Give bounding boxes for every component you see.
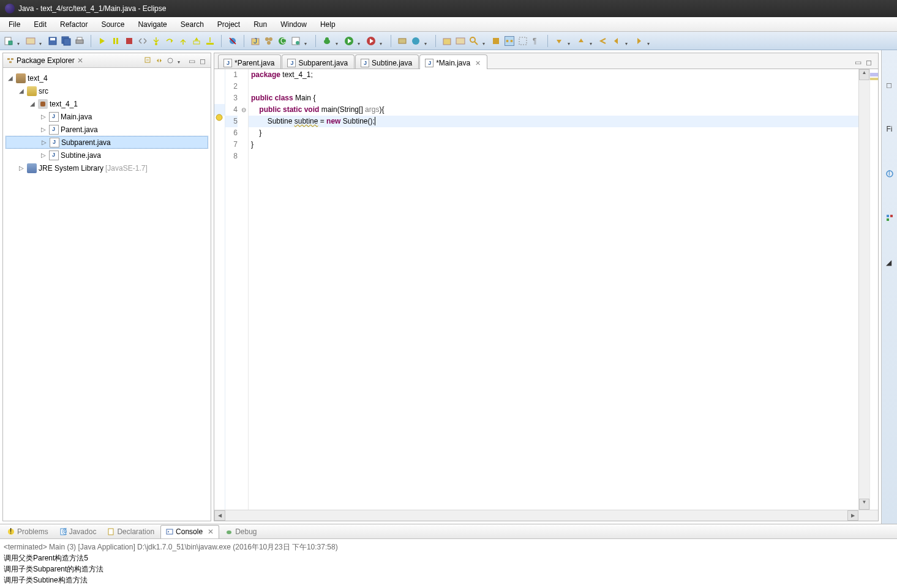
tab-parent[interactable]: *Parent.java bbox=[218, 54, 281, 69]
new-java-project-icon[interactable]: J bbox=[250, 36, 260, 46]
menu-search[interactable]: Search bbox=[175, 18, 210, 31]
new-java-class-icon[interactable]: C bbox=[277, 36, 287, 46]
open-task2-icon[interactable] bbox=[456, 36, 465, 46]
dropdown-icon[interactable] bbox=[647, 39, 652, 43]
menu-edit[interactable]: Edit bbox=[28, 18, 53, 31]
maximize-icon[interactable]: ◻ bbox=[200, 57, 207, 64]
menu-file[interactable]: File bbox=[2, 18, 26, 31]
show-whitespace-icon[interactable]: ¶ bbox=[531, 36, 541, 46]
drop-to-frame-icon[interactable] bbox=[192, 36, 201, 46]
dropdown-icon[interactable] bbox=[424, 39, 429, 43]
dropdown-icon[interactable] bbox=[590, 39, 595, 43]
new-package-icon[interactable] bbox=[26, 36, 36, 46]
dropdown-icon[interactable] bbox=[358, 39, 362, 43]
collapse-all-icon[interactable] bbox=[144, 57, 152, 64]
tree-file-parent[interactable]: ▷Parent.java bbox=[6, 123, 208, 136]
vertical-scrollbar[interactable]: ▲ ▼ bbox=[858, 69, 869, 510]
open-type-icon[interactable] bbox=[291, 36, 301, 46]
tab-main[interactable]: *Main.java✕ bbox=[419, 54, 487, 69]
save-all-icon[interactable] bbox=[61, 36, 71, 46]
minimize-icon[interactable]: ▭ bbox=[189, 57, 196, 64]
dropdown-icon[interactable] bbox=[568, 39, 572, 43]
tab-javadoc[interactable]: @ Javadoc bbox=[54, 526, 102, 538]
editor-panel: *Parent.java Subparent.java Subtine.java… bbox=[214, 53, 879, 521]
step-return-icon[interactable] bbox=[178, 36, 188, 46]
menu-project[interactable]: Project bbox=[211, 18, 246, 31]
close-view-icon[interactable]: ✕ bbox=[77, 56, 83, 65]
save-icon[interactable] bbox=[48, 36, 58, 46]
code-area[interactable]: package text_4_1; public class Main { pu… bbox=[249, 69, 858, 510]
tree-file-subtine[interactable]: ▷Subtine.java bbox=[6, 149, 208, 162]
step-into-icon[interactable] bbox=[151, 36, 161, 46]
new-icon[interactable] bbox=[4, 36, 13, 46]
tree-file-subparent[interactable]: ▷Subparent.java bbox=[6, 136, 208, 149]
forward-icon[interactable] bbox=[634, 36, 644, 46]
link-editor-icon[interactable] bbox=[156, 57, 163, 64]
close-view-icon[interactable]: ✕ bbox=[208, 527, 214, 536]
outline-icon[interactable] bbox=[886, 214, 893, 221]
tree-src[interactable]: ◢src bbox=[6, 84, 208, 97]
overview-ruler[interactable] bbox=[869, 69, 878, 510]
dropdown-icon[interactable] bbox=[17, 39, 22, 43]
dropdown-icon[interactable] bbox=[625, 39, 630, 43]
skip-breakpoints-icon[interactable] bbox=[228, 36, 238, 46]
suspend-icon[interactable] bbox=[111, 36, 121, 46]
tree-package[interactable]: ◢text_4_1 bbox=[6, 97, 208, 110]
restore-icon[interactable]: ◻ bbox=[886, 81, 893, 88]
search-icon[interactable] bbox=[469, 36, 479, 46]
toggle-breadcrumb-icon[interactable] bbox=[505, 36, 514, 46]
menu-window[interactable]: Window bbox=[274, 18, 313, 31]
step-over-icon[interactable] bbox=[165, 36, 175, 46]
svg-rect-40 bbox=[506, 40, 509, 42]
dropdown-icon[interactable] bbox=[39, 39, 44, 43]
menu-navigate[interactable]: Navigate bbox=[132, 18, 173, 31]
print-icon[interactable] bbox=[75, 36, 84, 46]
svg-text:@: @ bbox=[62, 528, 67, 535]
horizontal-scrollbar[interactable]: ◀ ▶ bbox=[214, 510, 878, 521]
dropdown-icon[interactable] bbox=[304, 39, 309, 43]
menu-refactor[interactable]: Refactor bbox=[54, 18, 94, 31]
tree-jre[interactable]: ▷JRE System Library [JavaSE-1.7] bbox=[6, 162, 208, 174]
prev-annotation-icon[interactable] bbox=[576, 36, 586, 46]
back-icon[interactable] bbox=[612, 36, 621, 46]
console-output[interactable]: <terminated> Main (3) [Java Application]… bbox=[0, 539, 897, 588]
terminate-icon[interactable] bbox=[124, 36, 134, 46]
editor-body[interactable]: 1 2 3 4 5 6 7 8 package text_4_1; public… bbox=[214, 69, 878, 510]
fast-view-label[interactable]: Fi bbox=[887, 125, 893, 133]
menu-run[interactable]: Run bbox=[247, 18, 273, 31]
view-menu-icon[interactable] bbox=[178, 57, 185, 64]
run-last-icon[interactable] bbox=[366, 36, 376, 46]
tab-subparent[interactable]: Subparent.java bbox=[282, 54, 355, 69]
run-icon[interactable] bbox=[344, 36, 354, 46]
resume-icon[interactable] bbox=[97, 36, 107, 46]
new-server-icon[interactable] bbox=[397, 36, 407, 46]
info-icon[interactable]: i bbox=[886, 170, 893, 177]
tree-file-main[interactable]: ▷Main.java bbox=[6, 110, 208, 123]
open-task-icon[interactable] bbox=[442, 36, 452, 46]
toggle-mark-icon[interactable] bbox=[491, 36, 501, 46]
use-step-filters-icon[interactable] bbox=[205, 36, 215, 46]
tree-project[interactable]: ◢text_4 bbox=[6, 72, 208, 84]
tab-console[interactable]: Console ✕ bbox=[160, 525, 219, 538]
focus-task-icon[interactable] bbox=[167, 57, 174, 64]
tab-problems[interactable]: ! Problems bbox=[2, 526, 53, 538]
tab-declaration[interactable]: Declaration bbox=[102, 526, 159, 538]
new-java-package-icon[interactable] bbox=[264, 36, 274, 46]
last-edit-location-icon[interactable] bbox=[598, 36, 608, 46]
menu-source[interactable]: Source bbox=[95, 18, 130, 31]
minimize-editor-icon[interactable]: ▭ bbox=[855, 58, 862, 65]
maximize-editor-icon[interactable]: ◻ bbox=[866, 58, 873, 65]
tab-debug[interactable]: Debug bbox=[220, 526, 261, 538]
menu-help[interactable]: Help bbox=[314, 18, 342, 31]
toggle-block-selection-icon[interactable] bbox=[518, 36, 528, 46]
dropdown-icon[interactable] bbox=[336, 39, 340, 43]
close-tab-icon[interactable]: ✕ bbox=[475, 59, 481, 67]
debug-icon[interactable] bbox=[322, 36, 332, 46]
triangle-icon[interactable]: ◢ bbox=[886, 258, 893, 266]
dropdown-icon[interactable] bbox=[482, 39, 487, 43]
disconnect-icon[interactable] bbox=[138, 36, 148, 46]
dropdown-icon[interactable] bbox=[380, 39, 385, 43]
tab-subtine[interactable]: Subtine.java bbox=[355, 54, 419, 69]
next-annotation-icon[interactable] bbox=[554, 36, 564, 46]
create-dynamic-web-icon[interactable] bbox=[411, 36, 421, 46]
